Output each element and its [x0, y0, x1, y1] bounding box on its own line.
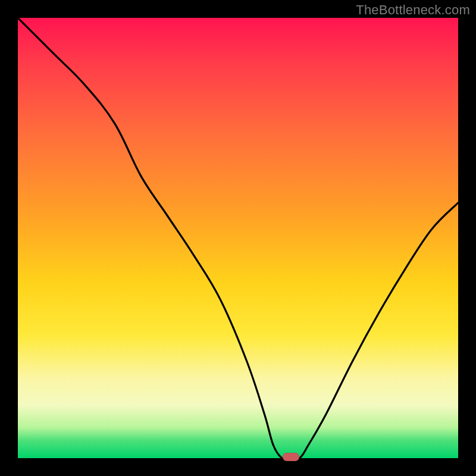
chart-frame: TheBottleneck.com: [0, 0, 476, 476]
optimum-marker: [283, 453, 299, 461]
bottleneck-curve: [18, 18, 458, 458]
plot-area: [18, 18, 458, 458]
watermark-text: TheBottleneck.com: [356, 2, 470, 18]
